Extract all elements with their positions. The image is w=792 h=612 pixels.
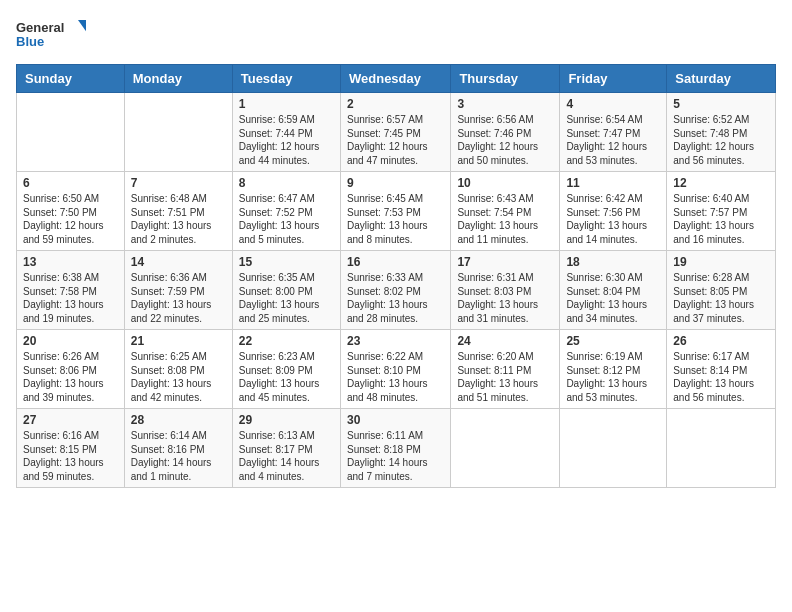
calendar-cell: 23Sunrise: 6:22 AM Sunset: 8:10 PM Dayli… xyxy=(340,330,450,409)
calendar-cell: 1Sunrise: 6:59 AM Sunset: 7:44 PM Daylig… xyxy=(232,93,340,172)
day-info: Sunrise: 6:56 AM Sunset: 7:46 PM Dayligh… xyxy=(457,113,553,167)
day-number: 21 xyxy=(131,334,226,348)
calendar-cell: 15Sunrise: 6:35 AM Sunset: 8:00 PM Dayli… xyxy=(232,251,340,330)
day-number: 1 xyxy=(239,97,334,111)
day-number: 15 xyxy=(239,255,334,269)
day-number: 16 xyxy=(347,255,444,269)
day-number: 20 xyxy=(23,334,118,348)
calendar-cell: 3Sunrise: 6:56 AM Sunset: 7:46 PM Daylig… xyxy=(451,93,560,172)
calendar-cell: 20Sunrise: 6:26 AM Sunset: 8:06 PM Dayli… xyxy=(17,330,125,409)
weekday-header-row: SundayMondayTuesdayWednesdayThursdayFrid… xyxy=(17,65,776,93)
calendar-cell: 6Sunrise: 6:50 AM Sunset: 7:50 PM Daylig… xyxy=(17,172,125,251)
day-number: 7 xyxy=(131,176,226,190)
svg-marker-2 xyxy=(78,20,86,34)
svg-text:Blue: Blue xyxy=(16,34,44,49)
calendar-week-row: 6Sunrise: 6:50 AM Sunset: 7:50 PM Daylig… xyxy=(17,172,776,251)
day-info: Sunrise: 6:45 AM Sunset: 7:53 PM Dayligh… xyxy=(347,192,444,246)
calendar-cell xyxy=(560,409,667,488)
day-number: 17 xyxy=(457,255,553,269)
day-info: Sunrise: 6:17 AM Sunset: 8:14 PM Dayligh… xyxy=(673,350,769,404)
day-number: 13 xyxy=(23,255,118,269)
day-number: 2 xyxy=(347,97,444,111)
header: General Blue xyxy=(16,16,776,52)
day-info: Sunrise: 6:35 AM Sunset: 8:00 PM Dayligh… xyxy=(239,271,334,325)
calendar-cell: 17Sunrise: 6:31 AM Sunset: 8:03 PM Dayli… xyxy=(451,251,560,330)
calendar-cell: 22Sunrise: 6:23 AM Sunset: 8:09 PM Dayli… xyxy=(232,330,340,409)
day-info: Sunrise: 6:14 AM Sunset: 8:16 PM Dayligh… xyxy=(131,429,226,483)
day-number: 27 xyxy=(23,413,118,427)
day-number: 11 xyxy=(566,176,660,190)
day-number: 14 xyxy=(131,255,226,269)
day-number: 18 xyxy=(566,255,660,269)
day-info: Sunrise: 6:38 AM Sunset: 7:58 PM Dayligh… xyxy=(23,271,118,325)
calendar-week-row: 13Sunrise: 6:38 AM Sunset: 7:58 PM Dayli… xyxy=(17,251,776,330)
day-number: 28 xyxy=(131,413,226,427)
calendar-week-row: 20Sunrise: 6:26 AM Sunset: 8:06 PM Dayli… xyxy=(17,330,776,409)
day-info: Sunrise: 6:31 AM Sunset: 8:03 PM Dayligh… xyxy=(457,271,553,325)
day-info: Sunrise: 6:19 AM Sunset: 8:12 PM Dayligh… xyxy=(566,350,660,404)
calendar-cell: 26Sunrise: 6:17 AM Sunset: 8:14 PM Dayli… xyxy=(667,330,776,409)
day-number: 24 xyxy=(457,334,553,348)
day-info: Sunrise: 6:16 AM Sunset: 8:15 PM Dayligh… xyxy=(23,429,118,483)
day-info: Sunrise: 6:48 AM Sunset: 7:51 PM Dayligh… xyxy=(131,192,226,246)
day-number: 19 xyxy=(673,255,769,269)
calendar-cell: 5Sunrise: 6:52 AM Sunset: 7:48 PM Daylig… xyxy=(667,93,776,172)
calendar-cell: 14Sunrise: 6:36 AM Sunset: 7:59 PM Dayli… xyxy=(124,251,232,330)
day-info: Sunrise: 6:23 AM Sunset: 8:09 PM Dayligh… xyxy=(239,350,334,404)
weekday-header-tuesday: Tuesday xyxy=(232,65,340,93)
calendar-cell: 16Sunrise: 6:33 AM Sunset: 8:02 PM Dayli… xyxy=(340,251,450,330)
weekday-header-wednesday: Wednesday xyxy=(340,65,450,93)
logo: General Blue xyxy=(16,16,86,52)
day-info: Sunrise: 6:59 AM Sunset: 7:44 PM Dayligh… xyxy=(239,113,334,167)
calendar-cell: 29Sunrise: 6:13 AM Sunset: 8:17 PM Dayli… xyxy=(232,409,340,488)
calendar-cell: 27Sunrise: 6:16 AM Sunset: 8:15 PM Dayli… xyxy=(17,409,125,488)
day-number: 29 xyxy=(239,413,334,427)
day-number: 6 xyxy=(23,176,118,190)
day-info: Sunrise: 6:25 AM Sunset: 8:08 PM Dayligh… xyxy=(131,350,226,404)
day-info: Sunrise: 6:42 AM Sunset: 7:56 PM Dayligh… xyxy=(566,192,660,246)
day-info: Sunrise: 6:33 AM Sunset: 8:02 PM Dayligh… xyxy=(347,271,444,325)
day-number: 3 xyxy=(457,97,553,111)
day-number: 23 xyxy=(347,334,444,348)
day-number: 5 xyxy=(673,97,769,111)
calendar-cell: 30Sunrise: 6:11 AM Sunset: 8:18 PM Dayli… xyxy=(340,409,450,488)
calendar-table: SundayMondayTuesdayWednesdayThursdayFrid… xyxy=(16,64,776,488)
calendar-cell: 25Sunrise: 6:19 AM Sunset: 8:12 PM Dayli… xyxy=(560,330,667,409)
calendar-cell: 8Sunrise: 6:47 AM Sunset: 7:52 PM Daylig… xyxy=(232,172,340,251)
day-number: 8 xyxy=(239,176,334,190)
calendar-cell: 28Sunrise: 6:14 AM Sunset: 8:16 PM Dayli… xyxy=(124,409,232,488)
day-info: Sunrise: 6:50 AM Sunset: 7:50 PM Dayligh… xyxy=(23,192,118,246)
day-info: Sunrise: 6:26 AM Sunset: 8:06 PM Dayligh… xyxy=(23,350,118,404)
calendar-cell: 4Sunrise: 6:54 AM Sunset: 7:47 PM Daylig… xyxy=(560,93,667,172)
calendar-cell xyxy=(667,409,776,488)
calendar-cell: 13Sunrise: 6:38 AM Sunset: 7:58 PM Dayli… xyxy=(17,251,125,330)
day-info: Sunrise: 6:54 AM Sunset: 7:47 PM Dayligh… xyxy=(566,113,660,167)
weekday-header-monday: Monday xyxy=(124,65,232,93)
day-number: 9 xyxy=(347,176,444,190)
calendar-cell: 9Sunrise: 6:45 AM Sunset: 7:53 PM Daylig… xyxy=(340,172,450,251)
day-info: Sunrise: 6:40 AM Sunset: 7:57 PM Dayligh… xyxy=(673,192,769,246)
day-number: 22 xyxy=(239,334,334,348)
day-info: Sunrise: 6:36 AM Sunset: 7:59 PM Dayligh… xyxy=(131,271,226,325)
calendar-cell: 12Sunrise: 6:40 AM Sunset: 7:57 PM Dayli… xyxy=(667,172,776,251)
day-number: 30 xyxy=(347,413,444,427)
calendar-cell: 18Sunrise: 6:30 AM Sunset: 8:04 PM Dayli… xyxy=(560,251,667,330)
day-info: Sunrise: 6:22 AM Sunset: 8:10 PM Dayligh… xyxy=(347,350,444,404)
calendar-cell: 11Sunrise: 6:42 AM Sunset: 7:56 PM Dayli… xyxy=(560,172,667,251)
day-number: 4 xyxy=(566,97,660,111)
calendar-cell xyxy=(124,93,232,172)
day-info: Sunrise: 6:47 AM Sunset: 7:52 PM Dayligh… xyxy=(239,192,334,246)
day-number: 12 xyxy=(673,176,769,190)
calendar-cell: 21Sunrise: 6:25 AM Sunset: 8:08 PM Dayli… xyxy=(124,330,232,409)
calendar-cell: 2Sunrise: 6:57 AM Sunset: 7:45 PM Daylig… xyxy=(340,93,450,172)
day-info: Sunrise: 6:43 AM Sunset: 7:54 PM Dayligh… xyxy=(457,192,553,246)
day-info: Sunrise: 6:52 AM Sunset: 7:48 PM Dayligh… xyxy=(673,113,769,167)
day-info: Sunrise: 6:57 AM Sunset: 7:45 PM Dayligh… xyxy=(347,113,444,167)
weekday-header-saturday: Saturday xyxy=(667,65,776,93)
day-number: 26 xyxy=(673,334,769,348)
day-info: Sunrise: 6:28 AM Sunset: 8:05 PM Dayligh… xyxy=(673,271,769,325)
weekday-header-sunday: Sunday xyxy=(17,65,125,93)
calendar-cell xyxy=(451,409,560,488)
weekday-header-thursday: Thursday xyxy=(451,65,560,93)
weekday-header-friday: Friday xyxy=(560,65,667,93)
